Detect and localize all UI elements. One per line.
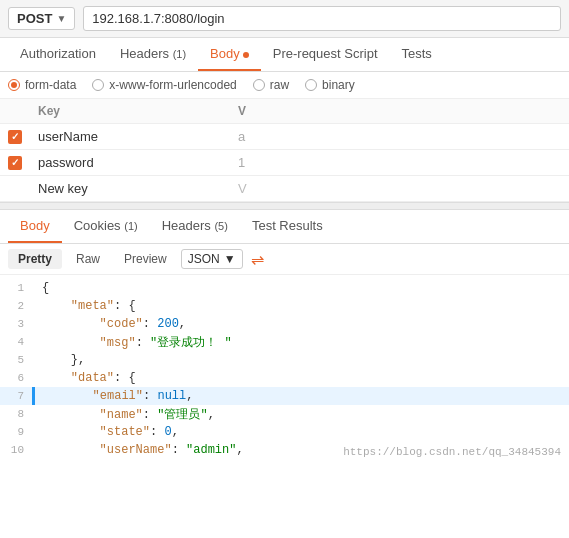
tab-prerequest[interactable]: Pre-request Script: [261, 38, 390, 71]
json-line-5: 5 },: [0, 351, 569, 369]
line-number: 3: [4, 318, 32, 330]
watermark: https://blog.csdn.net/qq_34845394: [343, 446, 561, 458]
line-number: 5: [4, 354, 32, 366]
raw-button[interactable]: Raw: [66, 249, 110, 269]
line-content: "name": "管理员",: [42, 406, 565, 423]
json-line-9: 9 "state": 0,: [0, 423, 569, 441]
col-val-header: V: [230, 99, 569, 124]
resp-tab-body[interactable]: Body: [8, 210, 62, 243]
json-content: 1{2 "meta": {3 "code": 200,4 "msg": "登录成…: [0, 275, 569, 460]
line-number: 1: [4, 282, 32, 294]
json-line-2: 2 "meta": {: [0, 297, 569, 315]
url-bar: POST ▼: [0, 0, 569, 38]
line-number: 10: [4, 444, 32, 456]
url-input[interactable]: [83, 6, 561, 31]
check-password-icon[interactable]: [8, 156, 22, 170]
tab-headers[interactable]: Headers (1): [108, 38, 198, 71]
json-line-8: 8 "name": "管理员",: [0, 405, 569, 423]
line-number: 9: [4, 426, 32, 438]
headers-badge: (1): [173, 48, 186, 60]
json-line-7: 7 "email": null,: [0, 387, 569, 405]
preview-button[interactable]: Preview: [114, 249, 177, 269]
tab-authorization[interactable]: Authorization: [8, 38, 108, 71]
line-number: 6: [4, 372, 32, 384]
radio-form-data[interactable]: [8, 79, 20, 91]
radio-urlencoded[interactable]: [92, 79, 104, 91]
method-label: POST: [17, 11, 52, 26]
resp-tab-headers[interactable]: Headers (5): [150, 210, 240, 243]
line-content: "meta": {: [42, 299, 565, 313]
key-password[interactable]: password: [30, 150, 230, 176]
checkbox-username[interactable]: [8, 130, 22, 144]
val-password: 1: [230, 150, 569, 176]
check-username-icon[interactable]: [8, 130, 22, 144]
line-content: "msg": "登录成功！ ": [42, 334, 565, 351]
line-number: 8: [4, 408, 32, 420]
request-tabs: Authorization Headers (1) Body Pre-reque…: [0, 38, 569, 72]
radio-raw[interactable]: [253, 79, 265, 91]
radio-binary[interactable]: [305, 79, 317, 91]
checkbox-password[interactable]: [8, 156, 22, 170]
option-urlencoded[interactable]: x-www-form-urlencoded: [92, 78, 236, 92]
response-toolbar: Pretty Raw Preview JSON ▼ ⇌: [0, 244, 569, 275]
pretty-button[interactable]: Pretty: [8, 249, 62, 269]
table-row: password 1: [0, 150, 569, 176]
json-line-1: 1{: [0, 279, 569, 297]
line-content: "state": 0,: [42, 425, 565, 439]
option-form-data[interactable]: form-data: [8, 78, 76, 92]
line-number: 2: [4, 300, 32, 312]
json-line-11: 11 "token": "ae6ed553-ff39-4751-9d5f-11c…: [0, 459, 569, 460]
resp-tab-cookies[interactable]: Cookies (1): [62, 210, 150, 243]
val-username: a: [230, 124, 569, 150]
table-row: userName a: [0, 124, 569, 150]
line-content: "code": 200,: [42, 317, 565, 331]
tab-body[interactable]: Body: [198, 38, 261, 71]
line-content: {: [42, 281, 565, 295]
format-select[interactable]: JSON ▼: [181, 249, 243, 269]
json-line-3: 3 "code": 200,: [0, 315, 569, 333]
json-line-6: 6 "data": {: [0, 369, 569, 387]
line-content: "data": {: [42, 371, 565, 385]
response-tabs: Body Cookies (1) Headers (5) Test Result…: [0, 210, 569, 244]
resp-tab-testresults[interactable]: Test Results: [240, 210, 335, 243]
line-number: 4: [4, 336, 32, 348]
form-table: Key V userName a password 1 New key: [0, 99, 569, 202]
key-username[interactable]: userName: [30, 124, 230, 150]
body-dot: [243, 52, 249, 58]
new-val-field: V: [230, 176, 569, 202]
option-binary[interactable]: binary: [305, 78, 355, 92]
table-row-new: New key V: [0, 176, 569, 202]
method-button[interactable]: POST ▼: [8, 7, 75, 30]
section-divider: [0, 202, 569, 210]
col-check-header: [0, 99, 30, 124]
line-content: "email": null,: [35, 389, 565, 403]
tab-tests[interactable]: Tests: [390, 38, 444, 71]
method-chevron-icon: ▼: [56, 13, 66, 24]
option-raw[interactable]: raw: [253, 78, 289, 92]
json-line-4: 4 "msg": "登录成功！ ": [0, 333, 569, 351]
line-content: },: [42, 353, 565, 367]
line-number: 7: [4, 390, 32, 402]
col-key-header: Key: [30, 99, 230, 124]
body-options: form-data x-www-form-urlencoded raw bina…: [0, 72, 569, 99]
wrap-icon[interactable]: ⇌: [251, 250, 264, 269]
new-key-field[interactable]: New key: [30, 176, 230, 202]
format-chevron-icon: ▼: [224, 252, 236, 266]
